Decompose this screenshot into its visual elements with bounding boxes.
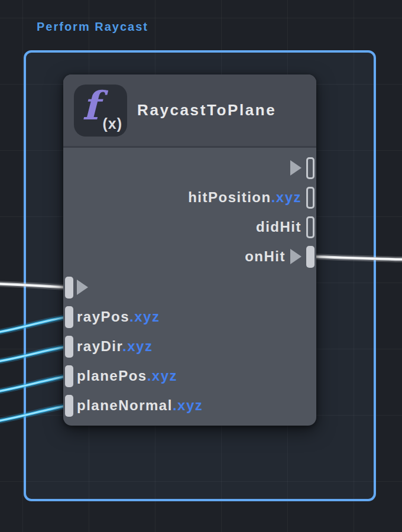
port-connector-hitposition[interactable] (306, 187, 315, 209)
port-in-planepos[interactable]: planePos.xyz (65, 365, 177, 387)
port-connector-exec-out[interactable] (306, 157, 315, 179)
port-connector-raydir[interactable] (65, 336, 73, 358)
node-raycasttoplane[interactable]: f (x) RaycastToPlane hitPosition.xyz did… (63, 74, 316, 426)
port-connector-raypos[interactable] (65, 306, 73, 328)
port-exec-out[interactable] (290, 157, 315, 179)
port-out-onhit[interactable]: onHit (245, 245, 315, 268)
port-out-hitposition[interactable]: hitPosition.xyz (188, 186, 315, 209)
port-label: rayDir.xyz (77, 339, 153, 353)
port-connector-planenormal[interactable] (65, 395, 73, 417)
node-title: RaycastToPlane (137, 101, 276, 119)
port-out-didhit[interactable]: didHit (256, 216, 315, 238)
port-connector-planepos[interactable] (65, 365, 73, 387)
group-title: Perform Raycast (37, 20, 148, 34)
port-connector-onhit[interactable] (306, 246, 315, 268)
port-in-planenormal[interactable]: planeNormal.xyz (65, 394, 203, 417)
port-exec-in[interactable] (65, 276, 88, 299)
port-label: planeNormal.xyz (77, 398, 203, 413)
exec-arrow-icon (290, 249, 302, 264)
port-label: hitPosition.xyz (188, 190, 302, 205)
exec-arrow-icon (77, 280, 88, 295)
function-fx-icon: f (x) (74, 85, 127, 137)
port-in-raydir[interactable]: rayDir.xyz (65, 335, 153, 358)
port-label: planePos.xyz (77, 369, 177, 383)
port-connector-didhit[interactable] (306, 216, 315, 238)
port-label: didHit (256, 220, 302, 234)
port-in-raypos[interactable]: rayPos.xyz (65, 306, 160, 328)
node-graph-canvas[interactable]: { "group": { "label": "Perform Raycast" … (0, 0, 402, 532)
exec-arrow-icon (290, 160, 302, 176)
fx-icon-x: (x) (102, 115, 122, 132)
port-connector-exec-in[interactable] (65, 277, 73, 299)
port-label: onHit (245, 249, 286, 264)
port-label: rayPos.xyz (77, 310, 160, 324)
fx-icon-f: f (82, 81, 99, 132)
node-header[interactable]: f (x) RaycastToPlane (63, 74, 316, 148)
